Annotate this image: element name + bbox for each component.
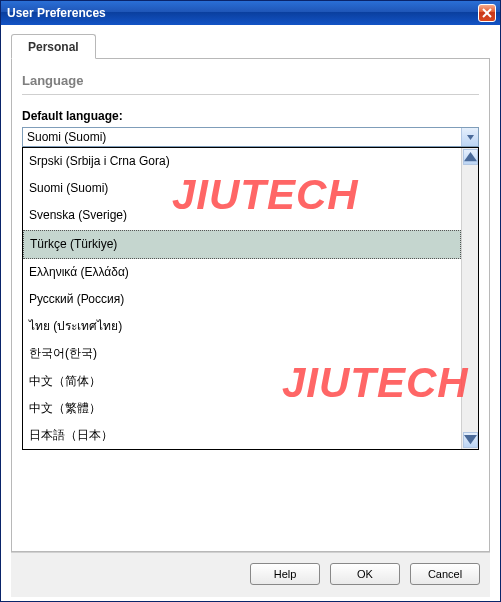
section-rule xyxy=(22,94,479,95)
close-icon xyxy=(482,8,492,18)
section-heading: Language xyxy=(22,73,479,88)
ok-button[interactable]: OK xyxy=(330,563,400,585)
tab-strip: Personal xyxy=(11,33,490,59)
language-option[interactable]: Русский (Россия) xyxy=(23,286,461,313)
chevron-down-icon xyxy=(467,135,474,140)
svg-marker-4 xyxy=(464,435,477,444)
preferences-window: User Preferences Personal Language Defau… xyxy=(0,0,501,602)
tab-panel: Language Default language: Suomi (Suomi)… xyxy=(11,59,490,552)
language-option[interactable]: Suomi (Suomi) xyxy=(23,175,461,202)
help-button[interactable]: Help xyxy=(250,563,320,585)
tab-label: Personal xyxy=(28,40,79,54)
language-option[interactable]: Ελληνικά (Ελλάδα) xyxy=(23,259,461,286)
language-option-list: Srpski (Srbija i Crna Gora) Suomi (Suomi… xyxy=(23,148,461,449)
scroll-down-button[interactable] xyxy=(463,432,478,448)
chevron-down-icon xyxy=(464,435,477,444)
language-option[interactable]: ไทย (ประเทศไทย) xyxy=(23,313,461,340)
client-area: Personal Language Default language: Suom… xyxy=(1,25,500,601)
language-dropdown: Srpski (Srbija i Crna Gora) Suomi (Suomi… xyxy=(22,147,479,450)
language-option[interactable]: Türkçe (Türkiye) xyxy=(23,230,461,259)
window-title: User Preferences xyxy=(7,6,106,20)
cancel-button[interactable]: Cancel xyxy=(410,563,480,585)
chevron-up-icon xyxy=(464,152,477,161)
close-button[interactable] xyxy=(478,4,496,22)
default-language-combo[interactable]: Suomi (Suomi) xyxy=(22,127,479,147)
titlebar: User Preferences xyxy=(1,1,500,25)
language-option[interactable]: Srpski (Srbija i Crna Gora) xyxy=(23,148,461,175)
language-option[interactable]: 中文（繁體） xyxy=(23,395,461,422)
default-language-label: Default language: xyxy=(22,109,479,123)
language-option[interactable]: 中文（简体） xyxy=(23,368,461,395)
combo-selected-value: Suomi (Suomi) xyxy=(23,128,461,146)
svg-marker-3 xyxy=(464,152,477,161)
dialog-footer: Help OK Cancel xyxy=(11,552,490,597)
language-option[interactable]: 日本語（日本） xyxy=(23,422,461,449)
language-option[interactable]: 한국어(한국) xyxy=(23,340,461,367)
combo-dropdown-button[interactable] xyxy=(461,128,478,146)
dropdown-scrollbar[interactable] xyxy=(461,148,478,449)
scroll-up-button[interactable] xyxy=(463,149,478,165)
tab-personal[interactable]: Personal xyxy=(11,34,96,59)
svg-marker-2 xyxy=(467,135,474,140)
language-option[interactable]: Svenska (Sverige) xyxy=(23,202,461,229)
